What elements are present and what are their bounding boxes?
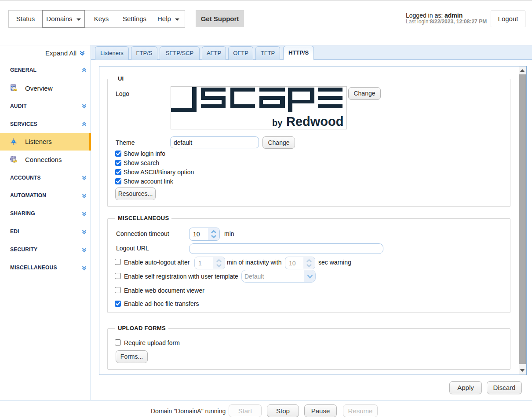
svg-text:by: by — [272, 118, 283, 128]
svg-text:Redwood: Redwood — [286, 114, 344, 128]
